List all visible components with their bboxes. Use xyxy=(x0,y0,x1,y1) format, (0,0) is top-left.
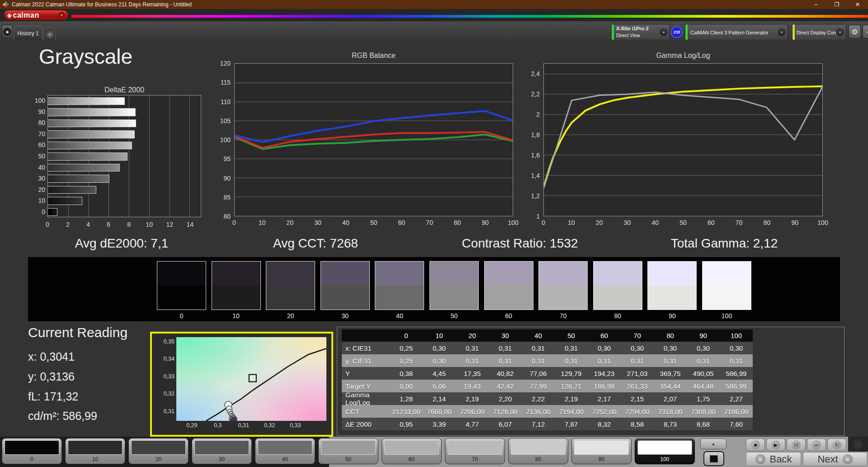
xtick-70: 70 xyxy=(736,219,743,226)
swatch-target-70 xyxy=(539,286,587,310)
deltae-tick-0: 0 xyxy=(42,208,45,215)
pattern-button-40[interactable]: 40 xyxy=(255,438,315,464)
current-reading-title: Current Reading xyxy=(28,325,127,340)
continuous-measure-button[interactable]: ∞ xyxy=(807,438,826,451)
single-measure-button[interactable]: [•] xyxy=(787,438,806,451)
deltae-tick-90: 90 xyxy=(38,108,45,115)
table-cell-x-CIE31-70: 0,30 xyxy=(621,342,654,354)
gamma-chart[interactable] xyxy=(543,63,823,216)
chevron-double-left-icon: « xyxy=(755,454,765,464)
table-col-header-0: 0 xyxy=(390,329,423,342)
table-cell-y-CIE31-10: 0,30 xyxy=(423,354,456,367)
pattern-color-100 xyxy=(637,440,692,455)
table-cell-Gamma-Log-Log-100: 2,27 xyxy=(720,392,753,405)
calman-diamond-icon: ◈ xyxy=(7,11,12,19)
layout-nav-button[interactable]: ▶ xyxy=(2,25,13,38)
page-title: Grayscale xyxy=(39,44,132,69)
cie-xtick-0,3: 0,3 xyxy=(214,422,222,429)
deltae-chart[interactable] xyxy=(47,95,201,217)
ytick-120: 120 xyxy=(220,60,231,67)
start-measure-button[interactable]: ▶ xyxy=(766,438,785,451)
table-cell-Gamma-Log-Log-0: 1,28 xyxy=(390,392,423,405)
stat-avg-cct: Avg CCT: 7268 xyxy=(221,236,410,251)
back-button[interactable]: « Back xyxy=(746,452,801,466)
table-cell-CCT-90: 7308,00 xyxy=(687,405,720,418)
table-cell-y-CIE31-40: 0,31 xyxy=(522,354,555,367)
pattern-button-80[interactable]: 80 xyxy=(508,438,568,464)
table-col-header-20: 20 xyxy=(456,329,489,342)
swatch-label-10: 10 xyxy=(212,312,261,319)
close-button[interactable]: ✕ xyxy=(847,0,868,9)
xtick-10: 10 xyxy=(259,219,266,226)
minimize-button[interactable]: – xyxy=(806,0,826,9)
pattern-button-100[interactable]: 100 xyxy=(635,438,695,464)
pattern-button-30[interactable]: 30 xyxy=(192,438,252,464)
cie-chart-panel[interactable]: 0,350,340,330,320,31 0,290,30,310,320,33 xyxy=(150,332,333,437)
source-name: CalMAN Client 3 Pattern Generator xyxy=(690,24,768,40)
pattern-button-20[interactable]: 20 xyxy=(128,438,189,464)
data-table-panel[interactable]: 0102030405060708090100x: CIE310,250,300,… xyxy=(337,327,844,436)
pattern-button-50[interactable]: 50 xyxy=(318,438,378,464)
pattern-bar-up-button[interactable]: ▲ xyxy=(700,438,726,449)
collapse-panel-button[interactable]: ◀ xyxy=(863,25,868,38)
table-row-label: Y xyxy=(342,367,390,380)
table-cell-Y-80: 369,75 xyxy=(654,367,687,380)
rgb-balance-chart[interactable] xyxy=(234,63,513,216)
stop-measure-button[interactable]: ■ xyxy=(746,438,765,451)
measured-gamma-line xyxy=(544,87,822,187)
swatch-actual-0 xyxy=(157,262,206,286)
xtick-50: 50 xyxy=(370,219,377,226)
table-cell-Y-0: 0,38 xyxy=(390,367,423,380)
restore-button[interactable]: ❐ xyxy=(826,0,847,9)
xtick-50: 50 xyxy=(679,219,687,226)
swatch-80 xyxy=(593,261,642,310)
table-cell-Target-Y-10: 6,06 xyxy=(423,380,456,392)
window-pattern-button[interactable] xyxy=(703,451,724,466)
table-cell-y-CIE31-60: 0,31 xyxy=(588,354,621,367)
reading-y: y: 0,3136 xyxy=(28,370,75,383)
table-cell-CCT-100: 7186,00 xyxy=(720,405,753,418)
chevron-down-icon: ▼ xyxy=(778,28,786,36)
display-control-dropdown[interactable]: Direct Display Control ▼ xyxy=(792,24,846,40)
gamma-x-axis: 0102030405060708090100 xyxy=(543,219,823,227)
table-cell-CCT-0: 21233,00 xyxy=(390,405,423,418)
next-button[interactable]: Next » xyxy=(803,452,867,466)
deltae-tick-100: 100 xyxy=(35,97,45,104)
meter-dropdown[interactable]: X-Rite i1Pro 2 Direct View ▼ xyxy=(611,24,670,40)
pattern-button-60[interactable]: 60 xyxy=(382,438,442,464)
pattern-label-50: 50 xyxy=(319,456,378,462)
stat-total-gamma: Total Gamma: 2,12 xyxy=(629,236,819,251)
pattern-button-70[interactable]: 70 xyxy=(445,438,505,464)
settings-button[interactable]: ⚙ xyxy=(849,25,861,38)
pattern-button-0[interactable]: 0 xyxy=(2,438,62,464)
swatch-label-50: 50 xyxy=(429,312,479,319)
table-row-label: Target Y xyxy=(342,380,390,392)
pattern-source-dropdown[interactable]: CalMAN Client 3 Pattern Generator ▼ xyxy=(685,24,788,40)
swatch-actual-60 xyxy=(485,262,533,286)
table-cell-Gamma-Log-Log-60: 2,17 xyxy=(588,392,621,405)
deltae-bar-50 xyxy=(48,152,127,161)
pattern-button-10[interactable]: 10 xyxy=(65,438,125,464)
blue-line xyxy=(235,111,513,142)
calman-menu-button[interactable]: ◈ calman ▼ xyxy=(4,10,68,20)
deltae-bar-0 xyxy=(48,208,57,216)
swatch-100 xyxy=(702,261,751,310)
swatch-target-30 xyxy=(321,286,369,310)
infinity-icon: ∞ xyxy=(812,440,821,449)
pattern-button-90[interactable]: 90 xyxy=(571,438,632,464)
table-cell-CCT-10: 7660,00 xyxy=(423,405,456,418)
table-cell-Gamma-Log-Log-80: 2,07 xyxy=(654,392,687,405)
pattern-label-80: 80 xyxy=(509,456,568,462)
swatch-70 xyxy=(538,261,588,310)
swatch-target-80 xyxy=(594,286,642,310)
next-button-label: Next xyxy=(817,453,838,465)
deltae-bar-60 xyxy=(48,142,132,150)
tab-history-1[interactable]: History 1 xyxy=(14,26,42,41)
window-pattern-icon xyxy=(710,455,718,462)
table-cell--E-2000-50: 7,87 xyxy=(555,418,588,430)
add-tab-button[interactable]: + xyxy=(44,28,56,41)
refresh-button[interactable]: ↻ xyxy=(827,438,846,451)
table-cell--E-2000-10: 3,39 xyxy=(423,418,456,430)
ytick-110: 110 xyxy=(221,98,231,105)
logo-row: ◈ calman ▼ xyxy=(0,9,868,21)
